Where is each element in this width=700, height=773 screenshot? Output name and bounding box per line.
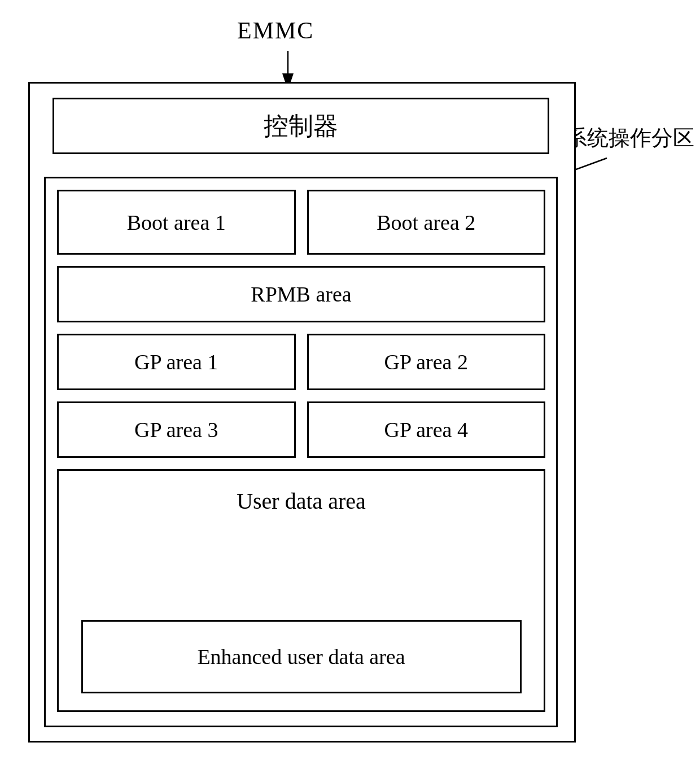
boot-area-row: Boot area 1 Boot area 2 xyxy=(57,190,545,255)
gp-area-4-label: GP area 4 xyxy=(384,417,468,442)
gp-area-1-box: GP area 1 xyxy=(57,334,296,390)
emmc-outer-box: 控制器 Boot area 1 Boot area 2 RPMB area GP… xyxy=(28,82,576,743)
gp-area-3-box: GP area 3 xyxy=(57,401,296,458)
sys-partition-text: 系统操作分区 xyxy=(566,126,694,150)
enhanced-user-data-label: Enhanced user data area xyxy=(197,644,405,669)
gp-area-1-label: GP area 1 xyxy=(134,350,218,374)
user-data-area-box: User data area Enhanced user data area xyxy=(57,469,545,712)
gp-area-row-2: GP area 3 GP area 4 xyxy=(57,401,545,458)
boot-area-1-label: Boot area 1 xyxy=(127,210,226,235)
user-data-area-label: User data area xyxy=(237,488,366,514)
gp-area-row-1: GP area 1 GP area 2 xyxy=(57,334,545,390)
boot-area-2-box: Boot area 2 xyxy=(307,190,546,255)
gp-area-4-box: GP area 4 xyxy=(307,401,546,458)
gp-area-2-label: GP area 2 xyxy=(384,350,468,374)
controller-box: 控制器 xyxy=(53,98,549,154)
rpmb-area-box: RPMB area xyxy=(57,266,545,322)
boot-area-1-box: Boot area 1 xyxy=(57,190,296,255)
gp-area-3-label: GP area 3 xyxy=(134,417,218,442)
enhanced-user-data-box: Enhanced user data area xyxy=(81,620,522,693)
emmc-label: EMMC xyxy=(237,17,314,44)
system-partition-label: 系统操作分区 xyxy=(566,124,694,152)
system-partition-box: Boot area 1 Boot area 2 RPMB area GP are… xyxy=(44,177,558,727)
gp-area-2-box: GP area 2 xyxy=(307,334,546,390)
controller-label: 控制器 xyxy=(264,110,338,143)
diagram-container: EMMC 系统操作分区 控制器 Boot area 1 Boot area 2 … xyxy=(0,0,700,773)
boot-area-2-label: Boot area 2 xyxy=(377,210,475,235)
rpmb-area-label: RPMB area xyxy=(251,282,351,307)
